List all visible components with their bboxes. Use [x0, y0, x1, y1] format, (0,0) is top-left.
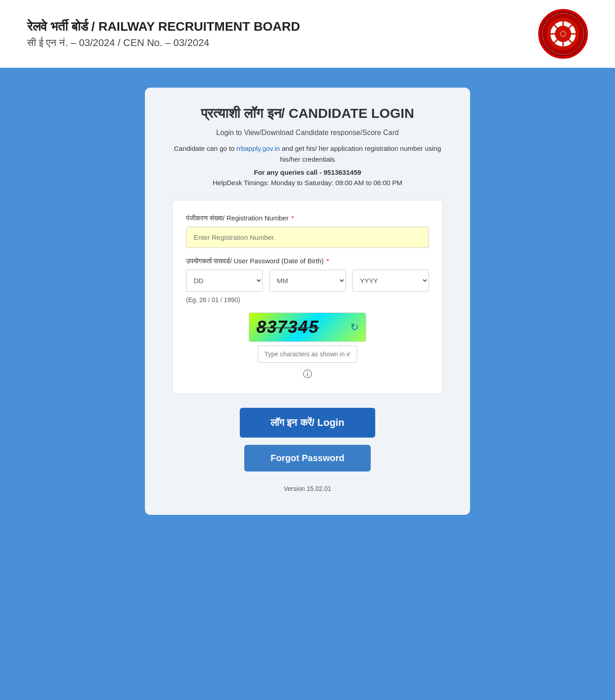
header-line2: सी ई एन नं. – 03/2024 / CEN No. – 03/202…: [27, 37, 210, 49]
header-cen-number: 03/2024: [79, 37, 115, 48]
header-hindi-title: रेलवे भर्ती बोर्ड: [27, 19, 88, 33]
registration-required: *: [291, 214, 294, 222]
header-cen-english: 03/2024: [173, 37, 210, 48]
captcha-input[interactable]: [258, 345, 357, 363]
dob-required: *: [326, 257, 329, 265]
dob-row: DD MM YYYY: [186, 270, 429, 292]
helpdesk-label: HelpDesk Timings: Monday to Saturday: 09…: [172, 179, 443, 187]
railway-logo: [538, 9, 588, 59]
dob-label: उपयोगकर्ता पासवर्ड/ User Password (Date …: [186, 257, 429, 265]
captcha-container: 837345 ↻ ⓘ: [186, 313, 429, 380]
forgot-password-button[interactable]: Forgot Password: [244, 445, 371, 471]
header-cen-sep: / CEN No. –: [118, 37, 173, 48]
header-cen-dash1: –: [71, 37, 79, 48]
captcha-refresh-icon[interactable]: ↻: [350, 322, 359, 333]
dob-dd-select[interactable]: DD: [186, 270, 263, 292]
dob-mm-select[interactable]: MM: [269, 270, 346, 292]
header-line1: रेलवे भर्ती बोर्ड / RAILWAY RECRUITMENT …: [27, 19, 300, 34]
version-text: Version 15.02.01: [172, 485, 443, 492]
header-english-title: RAILWAY RECRUITMENT BOARD: [98, 19, 300, 33]
dob-yyyy-select[interactable]: YYYY: [352, 270, 429, 292]
login-button[interactable]: लॉग इन करें/ Login: [240, 408, 375, 438]
main-content: प्रत्याशी लॉग इन/ CANDIDATE LOGIN Login …: [0, 70, 615, 697]
card-title: प्रत्याशी लॉग इन/ CANDIDATE LOGIN: [172, 106, 443, 121]
rrbapply-link[interactable]: rrbapply.gov.in: [237, 145, 280, 152]
header-title: रेलवे भर्ती बोर्ड / RAILWAY RECRUITMENT …: [27, 19, 300, 49]
form-section: पंजीकरण संख्या/ Registration Number * उप…: [172, 200, 443, 394]
info-suffix: and get his/ her application registratio…: [280, 145, 441, 163]
dob-hint: (Eg. 26 / 01 / 1990): [186, 296, 429, 303]
card-info: Candidate can go to rrbapply.gov.in and …: [172, 143, 443, 165]
info-prefix: Candidate can go to: [174, 145, 236, 152]
captcha-box: 837345 ↻: [249, 313, 366, 342]
captcha-help-icon[interactable]: ⓘ: [303, 368, 312, 380]
login-card: प्रत्याशी लॉग इन/ CANDIDATE LOGIN Login …: [145, 88, 470, 515]
header: रेलवे भर्ती बोर्ड / RAILWAY RECRUITMENT …: [0, 0, 615, 70]
registration-input[interactable]: [186, 227, 429, 248]
card-subtitle: Login to View/Download Candidate respons…: [172, 129, 443, 137]
captcha-code: 837345: [256, 317, 319, 337]
query-label: For any queries call - 9513631459: [172, 168, 443, 176]
header-cen-hindi: सी ई एन नं.: [27, 37, 68, 48]
header-separator: /: [91, 19, 98, 33]
registration-label: पंजीकरण संख्या/ Registration Number *: [186, 214, 429, 222]
